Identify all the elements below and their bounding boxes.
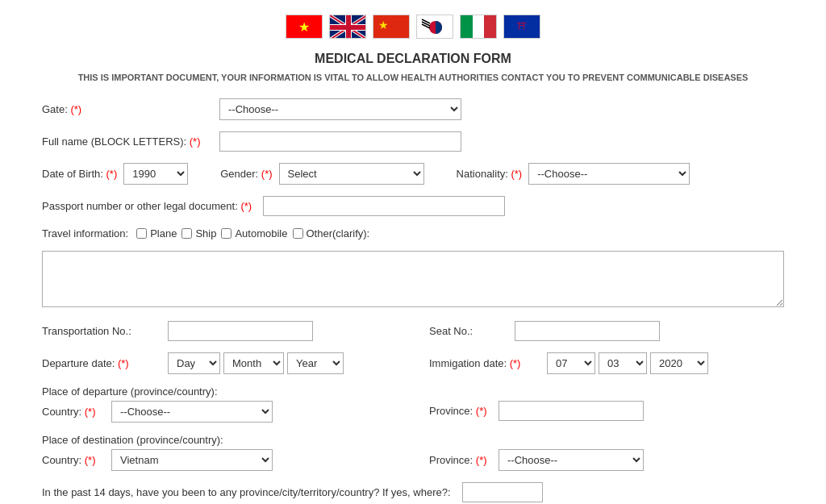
- travel-automobile: Automobile: [221, 227, 287, 240]
- form-subtitle: THIS IS IMPORTANT DOCUMENT, YOUR INFORMA…: [42, 73, 784, 82]
- passport-input[interactable]: [263, 196, 505, 216]
- other-checkbox[interactable]: [293, 228, 303, 239]
- transport-seat-row: Transportation No.: Seat No.:: [42, 321, 784, 341]
- departure-location-row: Country: (*) --Choose-- Province: (*): [42, 401, 784, 423]
- transport-no-input[interactable]: [168, 321, 313, 341]
- ship-label: Ship: [195, 227, 216, 240]
- destination-location-row: Country: (*) Vietnam Province: (*) --Cho…: [42, 449, 784, 471]
- passport-label: Passport number or other legal document:…: [42, 200, 252, 212]
- plane-checkbox[interactable]: [136, 228, 147, 239]
- travel-ship: Ship: [181, 227, 216, 240]
- other-label: Other(clarify):: [307, 227, 370, 240]
- fullname-input[interactable]: [219, 131, 461, 152]
- travel-other: Other(clarify):: [293, 227, 370, 240]
- clarify-textarea-row: [42, 251, 784, 310]
- dep-day-select[interactable]: Day: [168, 352, 220, 374]
- dob-gender-nationality-row: Date of Birth: (*) 1990 Gender: (*) Sele…: [42, 163, 784, 185]
- transport-no-label: Transportation No.:: [42, 325, 163, 337]
- flag-vietnam[interactable]: [286, 15, 323, 39]
- flag-korea[interactable]: [416, 15, 453, 39]
- seat-no-label: Seat No.:: [429, 325, 510, 337]
- imm-month-select[interactable]: 03: [599, 352, 647, 374]
- dob-year-select[interactable]: 1990: [123, 163, 188, 185]
- flags-row: [42, 8, 784, 39]
- flag-uk[interactable]: [329, 15, 366, 39]
- dates-row: Departure date: (*) Day Month Year: [42, 352, 784, 374]
- seat-no-input[interactable]: [515, 321, 660, 341]
- departure-province-input[interactable]: [499, 401, 644, 421]
- nationality-group: Nationality: (*) --Choose--: [457, 163, 690, 185]
- departure-province-label: Province: (*): [429, 405, 494, 417]
- automobile-checkbox[interactable]: [221, 228, 232, 239]
- clarify-textarea[interactable]: [42, 251, 784, 307]
- flag-italy[interactable]: [460, 15, 497, 39]
- nationality-label: Nationality: (*): [457, 168, 523, 180]
- svg-rect-8: [330, 25, 366, 30]
- gate-row: Gate: (*) --Choose--: [42, 98, 784, 120]
- destination-province-label: Province: (*): [429, 454, 494, 466]
- immigration-date-selects: 07 03 2020: [547, 352, 708, 374]
- past14-input[interactable]: [462, 482, 543, 502]
- departure-country-select[interactable]: --Choose--: [111, 401, 273, 423]
- dep-year-select[interactable]: Year: [287, 352, 344, 374]
- dep-month-select[interactable]: Month: [223, 352, 284, 374]
- automobile-label: Automobile: [235, 227, 287, 240]
- dob-label: Date of Birth: (*): [42, 168, 117, 180]
- past14-row: In the past 14 days, have you been to an…: [42, 482, 784, 502]
- dob-group: Date of Birth: (*) 1990: [42, 163, 188, 185]
- travel-row: Travel information: Plane Ship Automobil…: [42, 227, 784, 240]
- place-departure-heading: Place of departure (province/country):: [42, 385, 784, 398]
- destination-country-label: Country: (*): [42, 454, 106, 466]
- departure-date-label: Departure date: (*): [42, 357, 163, 369]
- gate-req: (*): [70, 103, 81, 115]
- gate-label: Gate: (*): [42, 103, 81, 115]
- flag-cambodia[interactable]: [503, 15, 540, 39]
- nationality-select[interactable]: --Choose--: [528, 163, 690, 185]
- fullname-req: (*): [190, 135, 201, 148]
- destination-province-select[interactable]: --Choose--: [499, 449, 644, 471]
- destination-country-select[interactable]: Vietnam: [111, 449, 273, 471]
- immigration-date-label: Immigation date: (*): [429, 357, 542, 369]
- past14-label: In the past 14 days, have you been to an…: [42, 486, 451, 498]
- place-destination-heading: Place of destination (province/country):: [42, 434, 784, 446]
- fullname-row: Full name (BLOCK LETTERS): (*): [42, 131, 784, 152]
- fullname-label: Full name (BLOCK LETTERS): (*): [42, 135, 201, 148]
- flag-china[interactable]: [373, 15, 410, 39]
- form-title: MEDICAL DECLARATION FORM: [42, 52, 784, 66]
- ship-checkbox[interactable]: [181, 228, 192, 239]
- departure-country-label: Country: (*): [42, 406, 106, 418]
- plane-label: Plane: [150, 227, 177, 240]
- travel-plane: Plane: [136, 227, 177, 240]
- gate-select[interactable]: --Choose--: [219, 98, 461, 120]
- gender-select[interactable]: Select Male Female Other: [279, 163, 424, 185]
- gender-label: Gender: (*): [220, 168, 272, 180]
- imm-year-select[interactable]: 2020: [650, 352, 708, 374]
- imm-day-select[interactable]: 07: [547, 352, 595, 374]
- departure-date-selects: Day Month Year: [168, 352, 344, 374]
- gender-group: Gender: (*) Select Male Female Other: [220, 163, 423, 185]
- travel-label: Travel information:: [42, 227, 128, 240]
- passport-row: Passport number or other legal document:…: [42, 196, 784, 216]
- travel-options: Plane Ship Automobile Other(clarify):: [136, 227, 369, 240]
